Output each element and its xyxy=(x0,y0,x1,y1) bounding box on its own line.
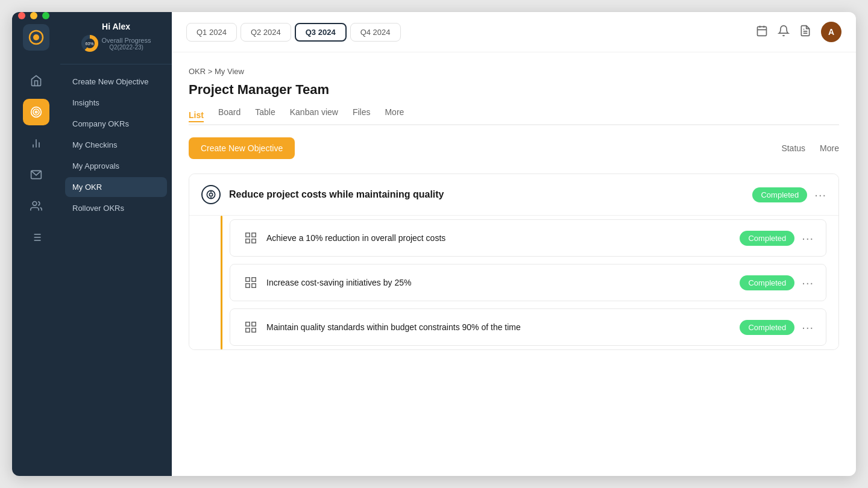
sidebar-item-my-approvals[interactable]: My Approvals xyxy=(65,156,167,176)
progress-label: Overall Progress xyxy=(102,37,151,44)
kr-icon-1 xyxy=(242,230,259,246)
top-bar-actions: A xyxy=(756,22,841,42)
kr-items: Achieve a 10% reduction in overall proje… xyxy=(222,216,826,349)
quarter-tabs: Q1 2024 Q2 2024 Q3 2024 Q4 2024 xyxy=(186,23,401,42)
avatar[interactable]: A xyxy=(821,22,841,42)
create-objective-button[interactable]: Create New Objective xyxy=(189,137,295,159)
svg-rect-33 xyxy=(252,284,256,287)
kr-status-badge-2: Completed xyxy=(740,275,794,290)
svg-point-23 xyxy=(209,193,212,196)
quarter-label: Q2(2022-23) xyxy=(102,44,151,51)
sidebar-item-rollover-okrs[interactable]: Rollover OKRs xyxy=(65,198,167,218)
svg-rect-29 xyxy=(252,239,256,243)
page-title: Project Manager Team xyxy=(189,82,839,98)
progress-circle: 60% xyxy=(81,35,98,52)
kr-more-button-2[interactable]: ··· xyxy=(802,276,814,290)
svg-rect-34 xyxy=(246,322,250,326)
sidebar-menu: Create New Objective Insights Company OK… xyxy=(60,72,172,218)
list-icon[interactable] xyxy=(23,224,49,251)
sidebar-item-company-okrs[interactable]: Company OKRs xyxy=(65,114,167,134)
svg-point-4 xyxy=(35,111,37,113)
kr-item: Increase cost-saving initiatives by 25% … xyxy=(230,264,826,301)
kr-icon-3 xyxy=(242,319,259,336)
sidebar-item-my-okr[interactable]: My OKR xyxy=(65,177,167,197)
svg-rect-31 xyxy=(252,278,256,281)
svg-point-1 xyxy=(33,34,39,40)
document-icon[interactable] xyxy=(799,25,811,40)
sidebar-item-create-new-objective[interactable]: Create New Objective xyxy=(65,72,167,92)
status-label: Status xyxy=(781,143,805,153)
maximize-dot[interactable] xyxy=(42,12,49,19)
sidebar-user: Hi Alex 60% Overall Progress Q2(2022-23) xyxy=(60,22,172,64)
calendar-icon[interactable] xyxy=(756,25,768,40)
kr-status-badge-1: Completed xyxy=(740,231,794,246)
svg-rect-32 xyxy=(246,284,250,287)
kr-title-1: Achieve a 10% reduction in overall proje… xyxy=(266,233,740,243)
svg-rect-26 xyxy=(246,233,250,237)
icon-rail xyxy=(12,12,60,476)
sidebar: Hi Alex 60% Overall Progress Q2(2022-23)… xyxy=(60,12,172,476)
kr-more-button-1[interactable]: ··· xyxy=(802,231,814,245)
content-area: OKR > My View Project Manager Team List … xyxy=(172,52,856,476)
objective-more-button[interactable]: ··· xyxy=(814,188,826,202)
kr-status-badge-3: Completed xyxy=(740,320,794,335)
action-row: Create New Objective Status More xyxy=(189,137,839,159)
quarter-tab-q2[interactable]: Q2 2024 xyxy=(241,23,291,42)
close-dot[interactable] xyxy=(18,12,25,19)
objective-card: Reduce project costs while maintaining q… xyxy=(189,174,839,350)
svg-rect-37 xyxy=(252,328,256,332)
breadcrumb-separator: > xyxy=(208,67,215,76)
tab-files[interactable]: Files xyxy=(353,107,371,118)
svg-rect-16 xyxy=(758,27,767,36)
breadcrumb-current: My View xyxy=(215,67,244,76)
view-tabs: List Board Table Kanban view Files More xyxy=(189,107,839,125)
target-icon[interactable] xyxy=(23,99,49,125)
objective-header: Reduce project costs while maintaining q… xyxy=(189,174,838,215)
sidebar-item-insights[interactable]: Insights xyxy=(65,93,167,113)
svg-point-9 xyxy=(33,202,37,206)
svg-rect-27 xyxy=(252,233,256,237)
quarter-tab-q4[interactable]: Q4 2024 xyxy=(350,23,401,42)
app-logo xyxy=(23,24,49,51)
kr-title-2: Increase cost-saving initiatives by 25% xyxy=(266,278,740,287)
tab-more[interactable]: More xyxy=(385,107,404,118)
mail-icon[interactable] xyxy=(23,161,49,188)
tab-list[interactable]: List xyxy=(189,110,204,122)
kr-more-button-3[interactable]: ··· xyxy=(802,321,814,334)
greeting: Hi Alex xyxy=(70,22,162,31)
objective-title: Reduce project costs while maintaining q… xyxy=(229,189,752,200)
kr-item: Achieve a 10% reduction in overall proje… xyxy=(230,219,826,257)
breadcrumb: OKR > My View xyxy=(189,67,839,76)
chart-icon[interactable] xyxy=(23,130,49,157)
top-bar: Q1 2024 Q2 2024 Q3 2024 Q4 2024 xyxy=(172,12,856,52)
users-icon[interactable] xyxy=(23,193,49,219)
tab-kanban[interactable]: Kanban view xyxy=(290,107,338,118)
home-icon[interactable] xyxy=(23,67,49,94)
objective-icon xyxy=(201,185,221,204)
svg-rect-35 xyxy=(252,322,256,326)
quarter-tab-q3[interactable]: Q3 2024 xyxy=(295,23,347,42)
kr-connector: Achieve a 10% reduction in overall proje… xyxy=(221,216,838,349)
more-actions-label[interactable]: More xyxy=(820,143,839,153)
objective-status-badge: Completed xyxy=(752,187,807,202)
kr-item: Maintain quality standards within budget… xyxy=(230,308,826,346)
kr-icon-2 xyxy=(242,274,259,291)
svg-rect-36 xyxy=(246,328,250,332)
bell-icon[interactable] xyxy=(778,25,790,40)
svg-rect-30 xyxy=(246,278,250,281)
breadcrumb-root: OKR xyxy=(189,67,206,76)
action-right: Status More xyxy=(781,143,839,153)
svg-point-3 xyxy=(33,109,39,115)
svg-rect-28 xyxy=(246,239,250,243)
main-content: Q1 2024 Q2 2024 Q3 2024 Q4 2024 xyxy=(172,12,856,476)
minimize-dot[interactable] xyxy=(30,12,37,19)
kr-title-3: Maintain quality standards within budget… xyxy=(266,322,740,332)
tab-board[interactable]: Board xyxy=(218,107,241,118)
tab-table[interactable]: Table xyxy=(255,107,275,118)
sidebar-item-my-checkins[interactable]: My Checkins xyxy=(65,135,167,155)
quarter-tab-q1[interactable]: Q1 2024 xyxy=(186,23,237,42)
key-results: Achieve a 10% reduction in overall proje… xyxy=(189,215,838,349)
